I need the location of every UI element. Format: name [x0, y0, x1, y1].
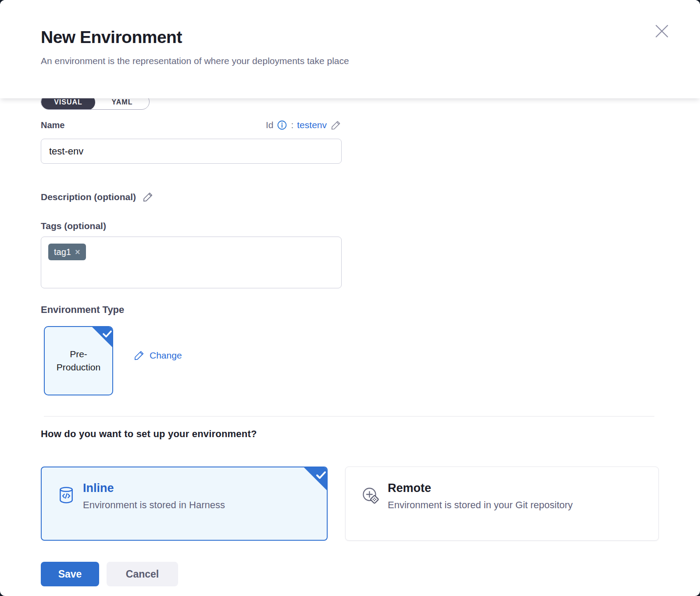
tag-chip-label: tag1	[54, 247, 71, 257]
selected-check-icon	[304, 467, 327, 491]
tag-chip: tag1 ×	[48, 244, 86, 260]
option-title-remote: Remote	[388, 481, 573, 495]
name-input[interactable]	[41, 139, 342, 164]
cancel-button[interactable]: Cancel	[107, 562, 178, 586]
option-description-remote: Environment is stored in your Git reposi…	[388, 499, 573, 511]
dialog-header: New Environment An environment is the re…	[0, 0, 700, 98]
id-separator: :	[291, 120, 293, 130]
dialog-body: VISUAL YAML Name Id : testenv	[0, 98, 700, 586]
page-subtitle: An environment is the representation of …	[41, 55, 659, 67]
info-icon[interactable]	[277, 120, 287, 130]
selected-check-icon	[92, 327, 113, 348]
setup-heading: How do you want to set up your environme…	[41, 428, 659, 440]
change-link-label: Change	[150, 350, 182, 361]
remote-git-icon	[361, 486, 380, 506]
change-environment-type-link[interactable]: Change	[133, 349, 182, 361]
option-card-inline[interactable]: Inline Environment is stored in Harness	[41, 467, 328, 541]
environment-type-label: Environment Type	[41, 304, 659, 316]
name-label: Name	[41, 120, 64, 130]
change-pencil-icon	[133, 349, 145, 361]
close-icon	[653, 22, 671, 40]
storage-option-row: Inline Environment is stored in Harness …	[41, 467, 659, 541]
close-button[interactable]	[653, 22, 671, 40]
environment-type-card-pre-production[interactable]: Pre-Production	[44, 326, 113, 395]
option-text: Inline Environment is stored in Harness	[83, 481, 225, 511]
tags-label: Tags (optional)	[41, 220, 659, 232]
section-divider	[44, 416, 654, 416]
edit-description-pencil-icon[interactable]	[142, 191, 154, 203]
edit-id-pencil-icon[interactable]	[330, 119, 342, 131]
description-row: Description (optional)	[41, 191, 659, 203]
page-title: New Environment	[41, 27, 659, 47]
option-card-remote[interactable]: Remote Environment is stored in your Git…	[345, 467, 659, 541]
id-label: Id	[266, 120, 274, 130]
save-button[interactable]: Save	[41, 562, 99, 586]
option-text: Remote Environment is stored in your Git…	[388, 481, 573, 511]
remove-tag-icon[interactable]: ×	[75, 248, 80, 256]
option-title-inline: Inline	[83, 481, 225, 495]
inline-storage-icon	[57, 486, 75, 506]
environment-type-value: Pre-Production	[54, 348, 103, 374]
tags-input[interactable]: tag1 ×	[41, 237, 342, 288]
description-label: Description (optional)	[41, 191, 136, 203]
identifier-row: Id : testenv	[266, 119, 342, 131]
new-environment-dialog: New Environment An environment is the re…	[0, 0, 700, 596]
name-id-row: Name Id : testenv	[41, 119, 342, 131]
option-description-inline: Environment is stored in Harness	[83, 499, 225, 511]
id-value: testenv	[297, 120, 327, 130]
dialog-actions: Save Cancel	[41, 562, 659, 586]
environment-type-row: Pre-Production Change	[41, 326, 659, 395]
